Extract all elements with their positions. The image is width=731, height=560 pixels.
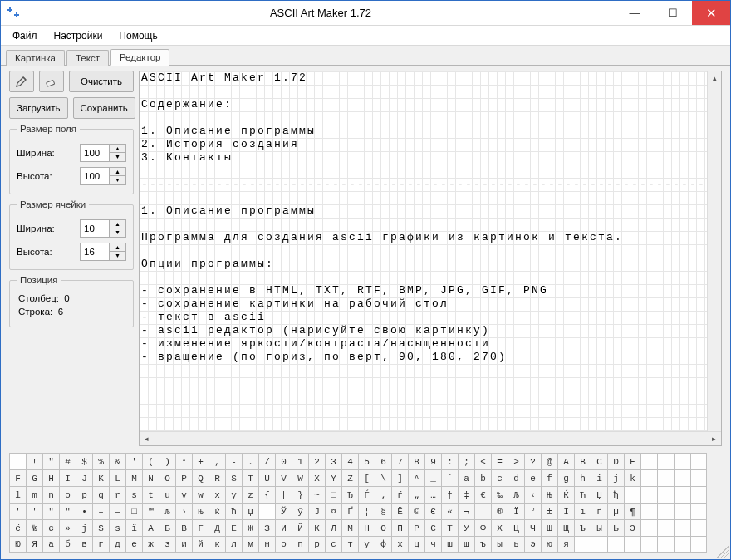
char-key[interactable]: Џ [591,486,607,503]
spin-down-icon[interactable]: ▼ [110,252,125,260]
char-key[interactable]: п [292,536,308,553]
char-key[interactable]: ¶ [624,503,640,519]
char-key[interactable]: " [59,503,76,519]
char-key[interactable]: † [441,486,458,503]
char-key[interactable]: 1 [292,453,308,469]
char-key[interactable]: W [292,469,308,486]
char-key[interactable]: C [591,453,607,469]
char-key[interactable]: f [541,469,557,486]
char-key[interactable]: ‰ [491,486,508,503]
char-key[interactable]: П [391,519,408,536]
char-key[interactable]: s [125,486,142,503]
char-key[interactable]: [ [358,469,375,486]
char-key[interactable]: Б [159,519,175,536]
char-key[interactable]: Ъ [574,519,591,536]
char-key[interactable]: ђ [607,486,624,503]
char-key[interactable]: x [209,486,225,503]
char-key[interactable]: Ј [308,503,325,519]
menu-help[interactable]: Помощь [112,28,164,43]
char-key[interactable]: € [474,486,491,503]
char-key[interactable]: F [9,469,26,486]
cell-width-input[interactable] [81,220,109,237]
hscroll-track[interactable] [154,432,707,445]
char-key[interactable]: Ћ [574,486,591,503]
char-key[interactable]: в [76,536,92,553]
char-key[interactable]: > [508,453,524,469]
char-key[interactable]: # [59,453,76,469]
char-key[interactable]: К [308,519,325,536]
save-button[interactable]: Сохранить [73,97,135,119]
char-key[interactable]: @ [541,453,557,469]
char-key[interactable]: г [92,536,109,553]
char-key[interactable]: < [474,453,491,469]
char-key[interactable]: м [242,536,258,553]
char-key[interactable]: б [59,536,76,553]
spin-up-icon[interactable]: ▲ [110,220,125,228]
char-key[interactable]: х [391,536,408,553]
char-key[interactable]: p [76,486,92,503]
char-key[interactable]: 3 [325,453,341,469]
tab-picture[interactable]: Картинка [6,50,65,66]
char-key[interactable]: е [125,536,142,553]
char-key[interactable]: » [59,519,76,536]
editor-text[interactable]: ASCII Art Maker 1.72 Содержание: 1. Опис… [140,71,707,445]
char-key[interactable]: * [175,453,192,469]
char-key[interactable]: у [358,536,375,553]
char-key[interactable]: ж [142,536,159,553]
char-key[interactable]: ¤ [325,503,341,519]
char-key[interactable]: « [441,503,458,519]
char-key[interactable]: ј [76,519,92,536]
char-key[interactable]: K [92,469,109,486]
spin-down-icon[interactable]: ▼ [110,153,125,161]
char-key[interactable]: ќ [209,503,225,519]
field-height-spinner[interactable]: ▲▼ [80,167,126,185]
char-key[interactable]: љ [159,503,175,519]
char-key[interactable]: z [242,486,258,503]
char-key[interactable]: 4 [341,453,358,469]
char-key[interactable]: ц [408,536,424,553]
spin-up-icon[interactable]: ▲ [110,168,125,176]
char-key[interactable]: Ў [275,503,292,519]
char-key[interactable]: Ї [508,503,524,519]
char-key[interactable]: b [474,469,491,486]
char-key[interactable]: Ф [474,519,491,536]
char-key[interactable]: % [92,453,109,469]
spin-up-icon[interactable]: ▲ [110,145,125,153]
char-key[interactable]: р [308,536,325,553]
eraser-tool[interactable] [39,71,64,92]
char-key[interactable]: B [574,453,591,469]
char-key[interactable]: r [109,486,125,503]
char-key[interactable]: \ [375,469,391,486]
char-key[interactable]: 0 [275,453,292,469]
char-key[interactable]: Х [491,519,508,536]
char-key[interactable]: ъ [474,536,491,553]
char-key[interactable]: Ы [591,519,607,536]
char-key[interactable]: а [42,536,59,553]
char-key[interactable]: џ [242,503,258,519]
tab-text[interactable]: Текст [66,50,109,66]
char-key[interactable]: Ѕ [92,519,109,536]
char-key[interactable]: $ [76,453,92,469]
char-key[interactable]: к [209,536,225,553]
char-key[interactable]: ( [142,453,159,469]
char-key[interactable]: ' [9,503,26,519]
char-key[interactable]: — [109,503,125,519]
char-key[interactable]: ф [375,536,391,553]
char-key[interactable]: Д [209,519,225,536]
char-key[interactable]: A [557,453,574,469]
char-key[interactable]: ™ [142,503,159,519]
char-key[interactable]: 9 [424,453,441,469]
char-key[interactable]: Э [624,519,640,536]
char-key[interactable]: { [258,486,275,503]
char-key[interactable]: ) [159,453,175,469]
char-key[interactable]: л [225,536,242,553]
scroll-up-icon[interactable]: ▴ [708,71,721,86]
cell-width-spinner[interactable]: ▲▼ [80,219,126,238]
pencil-tool[interactable] [9,71,34,92]
char-key[interactable]: - [225,453,242,469]
char-key[interactable]: d [508,469,524,486]
char-key[interactable]: › [175,503,192,519]
char-key[interactable]: ё [9,519,26,536]
char-key[interactable]: J [76,469,92,486]
char-key[interactable]: ± [541,503,557,519]
